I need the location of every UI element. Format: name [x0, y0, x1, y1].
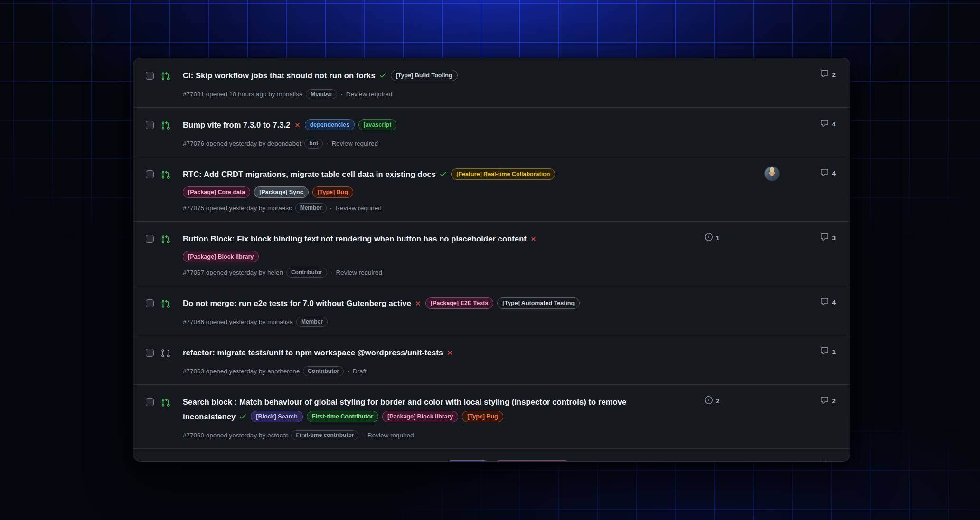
row-checkbox[interactable]	[146, 299, 154, 307]
row-main: Search block : Match behaviour of global…	[183, 395, 695, 440]
label[interactable]: [Type] Bug	[462, 411, 503, 422]
comments-indicator[interactable]: 4	[820, 168, 836, 178]
title-line: [WIP] Add icon support for Breadcrumbs s…	[183, 459, 695, 462]
pull-request-row[interactable]: refactor: migrate tests/unit to npm work…	[133, 335, 850, 384]
comment-icon	[820, 168, 829, 178]
pr-state-icon-cell	[161, 299, 176, 327]
meta-text: #77075 opened yesterday by moraesc	[183, 204, 292, 213]
git-pull-request-icon	[161, 299, 176, 308]
row-main: Button Block: Fix block binding text not…	[183, 232, 695, 278]
row-main: [WIP] Add icon support for Breadcrumbs s…	[183, 459, 695, 462]
dot-sep: ·	[362, 431, 364, 440]
pull-request-row[interactable]: Bump vite from 7.3.0 to 7.3.2dependencie…	[133, 107, 850, 157]
pr-title[interactable]: RTC: Add CRDT migrations, migrate table …	[183, 170, 436, 178]
label[interactable]: [Type] Automated Testing	[497, 297, 580, 309]
comments-indicator[interactable]: 3	[820, 233, 836, 242]
meta-line: #77075 opened yesterday by moraesc Membe…	[183, 203, 695, 213]
label[interactable]: [Type] Build Tooling	[391, 70, 458, 81]
comment-icon	[820, 70, 829, 79]
row-main: CI: Skip workflow jobs that should not r…	[183, 68, 695, 99]
linked-issues-indicator[interactable]: 1	[705, 233, 720, 242]
pull-request-row[interactable]: RTC: Add CRDT migrations, migrate table …	[133, 157, 850, 221]
dot-sep: ·	[347, 367, 349, 376]
row-checkbox[interactable]	[146, 121, 154, 129]
pr-title[interactable]: CI: Skip workflow jobs that should not r…	[183, 71, 376, 80]
state-note: Review required	[336, 268, 382, 278]
comments-indicator[interactable]: 4	[820, 297, 836, 307]
comment-count: 3	[832, 234, 836, 241]
label[interactable]: [Package] Block library	[183, 251, 259, 262]
comment-count: 2	[832, 71, 836, 78]
issue-opened-icon	[705, 233, 713, 242]
title-line: RTC: Add CRDT migrations, migrate table …	[183, 167, 695, 183]
pr-state-icon-cell	[161, 72, 176, 99]
label[interactable]: javascript	[358, 119, 396, 130]
meta-line: #77081 opened 18 hours ago by monalisa M…	[183, 89, 695, 99]
comments-indicator[interactable]: 1	[820, 347, 836, 356]
pr-title[interactable]: Bump vite from 7.3.0 to 7.3.2	[183, 121, 291, 129]
label[interactable]: [Package] Sync	[254, 186, 308, 198]
label[interactable]: dependencies	[305, 119, 355, 130]
label[interactable]: [Package] E2E Tests	[425, 297, 493, 309]
avatar[interactable]	[765, 167, 779, 181]
pull-request-row[interactable]: CI: Skip workflow jobs that should not r…	[133, 58, 850, 107]
check-icon	[239, 411, 247, 425]
row-checkbox[interactable]	[146, 398, 154, 406]
comment-icon	[820, 119, 829, 129]
row-checkbox[interactable]	[146, 349, 154, 357]
comment-icon	[820, 460, 829, 462]
git-pull-request-icon	[161, 235, 176, 244]
pr-title[interactable]: refactor: migrate tests/unit to npm work…	[183, 348, 443, 357]
row-checkbox[interactable]	[146, 235, 154, 243]
row-rail: 3	[702, 459, 836, 462]
pull-request-row[interactable]: Search block : Match behaviour of global…	[133, 384, 850, 448]
pull-request-row[interactable]: [WIP] Add icon support for Breadcrumbs s…	[133, 448, 850, 462]
row-rail: 1 3	[702, 232, 836, 246]
row-rail: 4	[702, 167, 836, 181]
role-badge: Member	[295, 203, 327, 213]
linked-issues-indicator[interactable]: 2	[705, 396, 720, 406]
row-checkbox[interactable]	[146, 72, 154, 80]
role-badge: First-time contributor	[291, 430, 358, 440]
label[interactable]: [Package] Block library	[494, 460, 570, 462]
meta-text: #77067 opened yesterday by helen	[183, 268, 283, 278]
comment-count: 4	[832, 299, 836, 306]
label[interactable]: [Type] Bug	[312, 186, 353, 198]
git-pull-request-icon	[161, 72, 176, 81]
comments-indicator[interactable]: 2	[820, 396, 836, 406]
label[interactable]: First-time Contributor	[307, 411, 378, 422]
meta-text: #77066 opened yesterday by monalisa	[183, 317, 293, 327]
wrap-line: [Package] Block library	[183, 251, 695, 262]
row-rail: 4	[702, 296, 836, 310]
row-rail: 1	[702, 345, 836, 360]
comments-indicator[interactable]: 2	[820, 70, 836, 79]
pr-title[interactable]: Button Block: Fix block binding text not…	[183, 234, 527, 243]
comment-count: 2	[832, 398, 836, 405]
label[interactable]: [Package] Block library	[382, 411, 458, 422]
pr-title[interactable]: Do not merge: run e2e tests for 7.0 with…	[183, 299, 411, 307]
wrap-line: [Package] Core data[Package] Sync[Type] …	[183, 186, 695, 198]
row-rail: 2 2	[702, 395, 836, 409]
comment-icon	[820, 297, 829, 307]
meta-line: #77063 opened yesterday by anotherone Co…	[183, 366, 695, 376]
comments-indicator[interactable]: 4	[820, 119, 836, 129]
row-checkbox[interactable]	[146, 170, 154, 178]
comment-count: 1	[832, 348, 836, 355]
x-icon	[415, 297, 422, 312]
label[interactable]: [Feature] Real-time Collaboration	[451, 168, 555, 180]
git-pull-request-icon	[161, 398, 176, 407]
meta-line: #77076 opened yesterday by dependabot bo…	[183, 139, 695, 149]
label[interactable]: [Package] Core data	[183, 186, 250, 198]
label[interactable]: [Block] Search	[251, 411, 303, 422]
dot-sep: ·	[330, 268, 333, 278]
x-icon	[435, 460, 442, 462]
title-line: Search block : Match behaviour of global…	[183, 395, 672, 425]
row-rail: 2	[702, 68, 836, 83]
issue-opened-icon	[705, 396, 713, 406]
pull-request-row[interactable]: Do not merge: run e2e tests for 7.0 with…	[133, 286, 850, 335]
title-line: refactor: migrate tests/unit to npm work…	[183, 345, 695, 361]
pull-request-row[interactable]: Button Block: Fix block binding text not…	[133, 221, 850, 286]
label[interactable]: [Block] Icon	[446, 460, 490, 462]
dot-sep: ·	[340, 90, 343, 99]
comments-indicator[interactable]: 3	[820, 460, 836, 462]
